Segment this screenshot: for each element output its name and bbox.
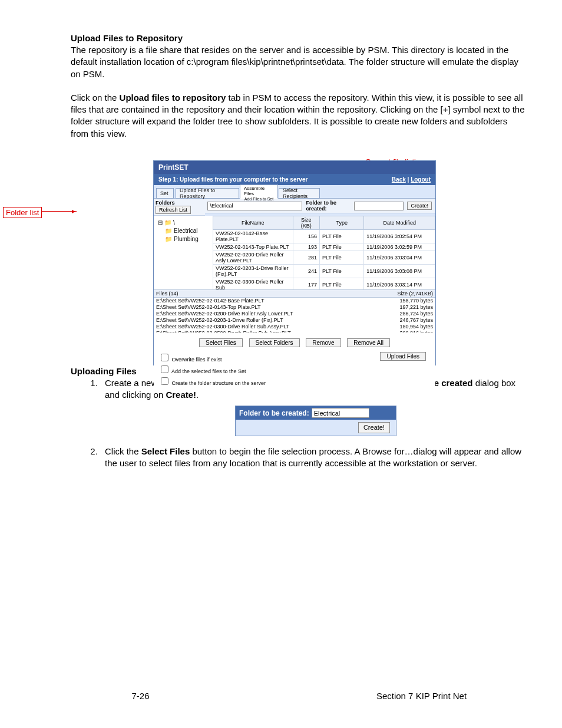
sel-size-label: Size (2,741KB)	[395, 290, 435, 297]
annotation-folder-list: Folder list	[3, 207, 42, 219]
col-filename[interactable]: FileName	[213, 216, 293, 230]
heading-upload-repo: Upload Files to Repository	[71, 33, 527, 43]
label-folder-create: Folder to be created:	[306, 200, 351, 212]
col-date[interactable]: Date Modified	[364, 216, 435, 230]
selected-files-panel: Files (14) Size (2,741KB) E:\Sheet Set\V…	[154, 289, 435, 332]
table-row: VW252-02-0203-1-Drive Roller (Fix).PLT24…	[213, 265, 435, 278]
file-table: FileName Size (KB) Type Date Modified VW…	[213, 216, 435, 289]
list-item: E:\Sheet Set\VW252-02-0203-1-Drive Rolle…	[156, 317, 433, 324]
link-logout[interactable]: Logout	[411, 176, 431, 183]
btn-refresh-list[interactable]: Refresh List	[156, 206, 191, 214]
folder-icon	[165, 227, 172, 235]
list-item: E:\Sheet Set\VW252-02-0300-Drive Roller …	[156, 324, 433, 330]
btn-remove-all[interactable]: Remove All	[347, 338, 390, 347]
tree-node[interactable]: Plumbing	[174, 235, 199, 243]
btn-remove[interactable]: Remove	[306, 338, 340, 347]
label-folders: Folders	[156, 200, 175, 206]
create-folder-dialog: Folder to be created: Create!	[235, 406, 396, 436]
inline-create-btn[interactable]: Create!	[358, 422, 390, 433]
tab-recipients[interactable]: Select Recipients	[279, 188, 320, 199]
link-back[interactable]: Back	[392, 176, 406, 183]
table-row: VW252-02-0143-Top Plate.PLT193PLT File11…	[213, 243, 435, 251]
tree-node[interactable]: Electrical	[174, 227, 198, 235]
opt-add-to-set[interactable]: Add the selected files to the Set	[158, 364, 431, 375]
tab-set[interactable]: Set	[156, 188, 174, 199]
btn-select-folders[interactable]: Select Folders	[249, 338, 300, 347]
para-intro: The repository is a file share that resi…	[71, 44, 527, 80]
btn-create[interactable]: Create!	[407, 202, 432, 210]
path-input[interactable]: \Electrical	[207, 202, 302, 210]
tab-assemble[interactable]: Assemble FilesAdd Files to Set	[240, 185, 278, 199]
btn-select-files[interactable]: Select Files	[199, 338, 243, 347]
folder-tree[interactable]: ⊟\ Electrical Plumbing	[155, 217, 211, 243]
folder-create-input[interactable]	[354, 202, 404, 210]
inline-label: Folder to be created:	[239, 409, 309, 418]
list-item: E:\Sheet Set\VW252-02-0142-Base Plate.PL…	[156, 298, 433, 304]
folder-icon	[164, 219, 171, 227]
btn-upload-files[interactable]: Upload Files	[380, 352, 426, 361]
section-label: Section 7 KIP Print Net	[281, 691, 562, 701]
step-2: Click the Select Files button to begin t…	[100, 446, 527, 470]
app-titlebar: PrintSET	[154, 161, 435, 174]
para-instructions: Click on the Upload files to repository …	[71, 92, 527, 140]
list-item: E:\Sheet Set\VW252-02-0143-Top Plate.PLT…	[156, 304, 433, 311]
tree-expand-icon[interactable]: ⊟	[158, 219, 163, 227]
step-bar: Step 1: Upload files from your computer …	[154, 174, 435, 185]
folder-icon	[165, 235, 172, 243]
table-row: VW252-02-0300-Drive Roller Sub177PLT Fil…	[213, 278, 435, 290]
app-screenshot: PrintSET Step 1: Upload files from your …	[153, 160, 436, 365]
sel-files-label: Files (14)	[154, 290, 395, 297]
page-number: 7-26	[0, 691, 281, 701]
list-item: E:\Sheet Set\VW252-02-0200-Drive Roller …	[156, 311, 433, 317]
opt-create-structure[interactable]: Create the folder structure on the serve…	[158, 375, 431, 387]
table-row: VW252-02-0200-Drive Roller Asly Lower.PL…	[213, 251, 435, 265]
tab-upload[interactable]: Upload Files to Repository	[176, 188, 239, 199]
inline-folder-input[interactable]	[312, 408, 369, 418]
col-type[interactable]: Type	[319, 216, 363, 230]
col-size[interactable]: Size (KB)	[293, 216, 319, 230]
table-row: VW252-02-0142-Base Plate.PLT156PLT File1…	[213, 230, 435, 243]
